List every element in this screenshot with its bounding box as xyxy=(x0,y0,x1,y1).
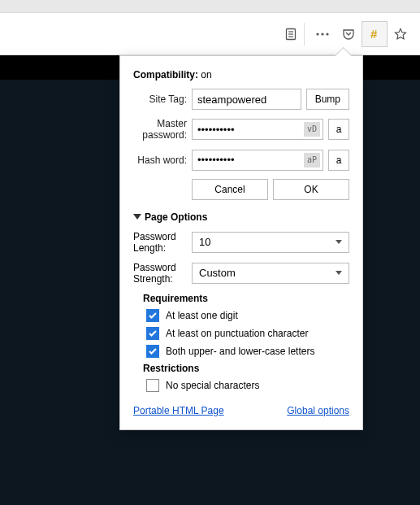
pocket-icon[interactable] xyxy=(336,21,362,47)
chevron-down-icon xyxy=(336,271,342,275)
req-punct-checkbox[interactable] xyxy=(146,327,159,340)
page-actions-icon[interactable] xyxy=(310,21,336,47)
compatibility-value: on xyxy=(201,69,211,81)
password-length-value: 10 xyxy=(199,236,210,248)
compatibility-label: Compatibility: xyxy=(133,69,198,81)
chevron-down-icon xyxy=(133,214,141,220)
site-tag-input[interactable] xyxy=(192,89,301,110)
hash-reveal-button[interactable]: a xyxy=(328,150,349,171)
master-password-label: Master password: xyxy=(133,118,187,141)
page-options-label: Page Options xyxy=(145,211,207,223)
req-digit-checkbox[interactable] xyxy=(146,309,159,322)
req-digit-label: At least one digit xyxy=(166,310,238,321)
reader-mode-icon[interactable] xyxy=(278,21,304,47)
bump-button[interactable]: Bump xyxy=(306,89,349,110)
password-length-label: Password Length: xyxy=(133,231,187,254)
rest-nospecial-label: No special characters xyxy=(166,380,259,391)
browser-toolbar: # xyxy=(0,13,420,55)
extension-popup: Compatibility: on Site Tag: Bump Master … xyxy=(119,55,363,430)
svg-text:#: # xyxy=(370,28,378,41)
master-password-badge: vD xyxy=(304,122,320,137)
site-tag-label: Site Tag: xyxy=(133,94,187,105)
ok-button[interactable]: OK xyxy=(273,179,349,200)
password-strength-value: Custom xyxy=(199,267,236,279)
cancel-button[interactable]: Cancel xyxy=(192,179,268,200)
hash-word-badge: aP xyxy=(304,153,320,168)
req-case-checkbox[interactable] xyxy=(146,345,159,358)
toolbar-divider xyxy=(304,23,305,46)
req-case-label: Both upper- and lower-case letters xyxy=(166,346,314,357)
hashpass-extension-icon[interactable]: # xyxy=(362,21,388,47)
page-options-header[interactable]: Page Options xyxy=(133,211,349,223)
password-strength-select[interactable]: Custom xyxy=(192,263,349,284)
svg-point-5 xyxy=(321,33,323,35)
req-punct-label: At least on punctuation character xyxy=(166,328,308,339)
master-reveal-button[interactable]: a xyxy=(328,119,349,140)
global-options-link[interactable]: Global options xyxy=(287,405,349,416)
rest-nospecial-checkbox[interactable] xyxy=(146,379,159,392)
svg-point-6 xyxy=(326,33,328,35)
window-titlebar xyxy=(0,0,420,13)
requirements-header: Requirements xyxy=(143,293,349,304)
password-strength-label: Password Strength: xyxy=(133,262,187,285)
compatibility-row: Compatibility: on xyxy=(133,69,349,81)
chevron-down-icon xyxy=(336,240,342,244)
portable-html-link[interactable]: Portable HTML Page xyxy=(133,405,224,416)
svg-point-4 xyxy=(316,33,318,35)
password-length-select[interactable]: 10 xyxy=(192,232,349,253)
hash-word-label: Hash word: xyxy=(133,155,187,166)
bookmark-star-icon[interactable] xyxy=(388,21,414,47)
restrictions-header: Restrictions xyxy=(143,363,349,374)
